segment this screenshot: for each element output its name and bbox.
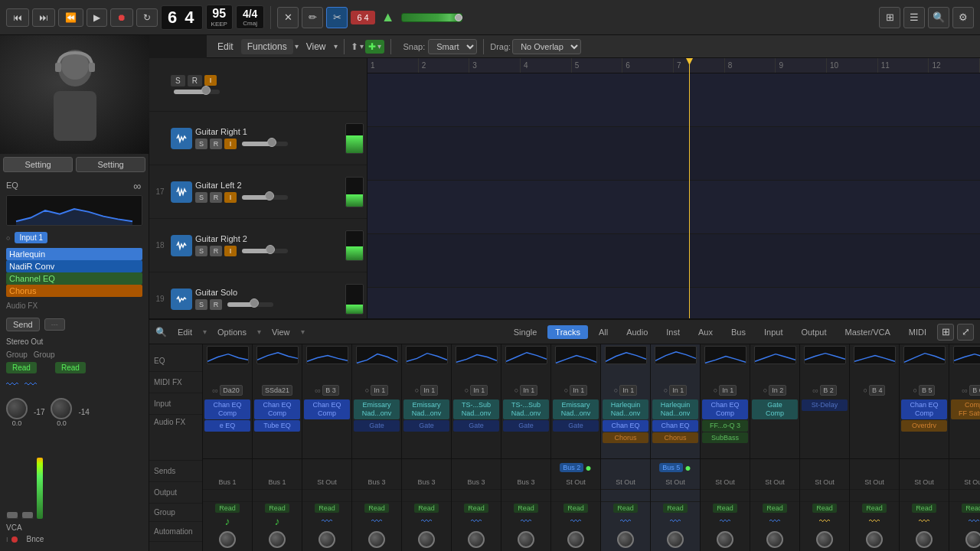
fader-handle-1[interactable]	[7, 512, 18, 518]
volume-gl2[interactable]	[242, 195, 288, 200]
drag-select[interactable]: No OverlapX-Fade	[512, 39, 581, 54]
mixer-options-tab[interactable]: Options	[210, 325, 254, 339]
ch6-fx-1[interactable]: TS-...SubNad...onv	[453, 399, 499, 419]
plugin-harlequin[interactable]: Harlequin	[6, 248, 142, 260]
mixer-master-tab[interactable]: Master/VCA	[837, 325, 897, 339]
mixer-grid-icon-btn[interactable]: ⊞	[937, 324, 954, 341]
s-btn-gr2[interactable]: S	[195, 246, 207, 256]
volume-gr1[interactable]	[242, 142, 288, 146]
volume-knob-gs[interactable]	[250, 298, 259, 308]
mixer-inst-tab[interactable]: Inst	[658, 325, 688, 339]
mixer-tracks-tab[interactable]: Tracks	[547, 325, 588, 339]
ch4-knob[interactable]	[368, 531, 385, 548]
mixer-all-tab[interactable]: All	[591, 325, 616, 339]
ch4-fx-2[interactable]: Gate	[354, 420, 400, 432]
volume-knob-gr2[interactable]	[266, 245, 275, 254]
search-icon-btn[interactable]: 🔍	[928, 7, 949, 28]
ch3-eq[interactable]	[302, 344, 351, 366]
mixer-bus-tab[interactable]: Bus	[724, 325, 753, 339]
mixer-output-tab[interactable]: Output	[793, 325, 834, 339]
plugin-nadir[interactable]: NadiR Conv	[6, 260, 142, 272]
ch10-eq[interactable]	[651, 344, 700, 366]
ch12-read-badge[interactable]: Read	[763, 504, 787, 513]
mixer-view-tab[interactable]: View	[264, 325, 298, 339]
header-volume-slider[interactable]	[174, 90, 220, 94]
header-r-btn[interactable]: R	[188, 75, 202, 86]
ch15-eq[interactable]	[900, 344, 949, 366]
ch15-fx-2[interactable]: Overdrv	[901, 420, 947, 432]
ch5-knob[interactable]	[418, 531, 435, 548]
ch4-fx-1[interactable]: EmissaryNad...onv	[354, 399, 400, 419]
ch10-knob[interactable]	[667, 531, 684, 548]
functions-menu[interactable]: Functions	[241, 39, 293, 54]
ch6-fx-2[interactable]: Gate	[453, 420, 499, 432]
grid-icon-btn[interactable]: ⊞	[879, 7, 900, 28]
ch16-read-badge[interactable]: Read	[962, 504, 980, 513]
pan-knob-1[interactable]	[6, 398, 28, 419]
ch9-fx-3[interactable]: Chorus	[603, 432, 648, 444]
i-btn-gl2[interactable]: I	[224, 192, 237, 203]
ch11-fx-3[interactable]: SubBass	[702, 432, 748, 444]
ch13-eq[interactable]	[800, 344, 849, 366]
ch9-fx-2[interactable]: Chan EQ	[603, 420, 648, 432]
read-btn-1[interactable]: Read	[6, 362, 37, 373]
ch8-send-active-icon[interactable]: ●	[585, 461, 591, 474]
volume-gr2[interactable]	[242, 249, 288, 253]
ch5-fx-1[interactable]: EmissaryNad...onv	[403, 399, 449, 419]
setting-btn-1[interactable]: Setting	[3, 157, 73, 172]
mixer-midi-tab[interactable]: MIDI	[901, 325, 934, 339]
meter-knob[interactable]	[455, 14, 462, 21]
skip-back-button[interactable]: ⏪	[58, 8, 83, 27]
pan-knob-2[interactable]	[51, 398, 72, 419]
ch1-fx-1[interactable]: Chan EQComp	[204, 399, 250, 419]
ch13-fx-1[interactable]: St-Delay	[802, 399, 848, 411]
ch2-read-badge[interactable]: Read	[265, 504, 289, 513]
i-btn-gr1[interactable]: I	[224, 139, 237, 149]
ch3-fx-1[interactable]: Chan EQComp	[304, 399, 350, 419]
ch9-eq[interactable]	[601, 344, 650, 366]
ch7-knob[interactable]	[518, 531, 534, 548]
r-btn-gl2[interactable]: R	[210, 192, 222, 203]
snap-select[interactable]: SmartBarBeat	[428, 39, 477, 54]
ch10-fx-3[interactable]: Chorus	[652, 432, 698, 444]
s-btn-gs[interactable]: S	[195, 299, 207, 310]
ch4-read-badge[interactable]: Read	[364, 504, 389, 513]
ch14-knob[interactable]	[866, 531, 883, 548]
mixer-input-tab[interactable]: Input	[756, 325, 790, 339]
mixer-audio-tab[interactable]: Audio	[619, 325, 655, 339]
volume-knob-gr1[interactable]	[267, 138, 276, 147]
ch3-read-badge[interactable]: Read	[315, 504, 339, 513]
ch7-fx-2[interactable]: Gate	[503, 420, 549, 432]
ch5-eq[interactable]	[402, 344, 451, 366]
ch5-fx-2[interactable]: Gate	[403, 420, 449, 432]
header-volume-knob[interactable]	[201, 86, 211, 95]
ch12-eq[interactable]	[750, 344, 799, 366]
ch8-read-badge[interactable]: Read	[564, 504, 588, 513]
plugin-channel-eq[interactable]: Channel EQ	[6, 272, 142, 285]
ch6-eq[interactable]	[452, 344, 501, 366]
mixer-aux-tab[interactable]: Aux	[691, 325, 720, 339]
mixer-single-tab[interactable]: Single	[506, 325, 545, 339]
fader-track-2[interactable]	[21, 517, 34, 519]
r-btn-gs[interactable]: R	[210, 299, 222, 310]
ch9-read-badge[interactable]: Read	[613, 504, 638, 513]
ch11-eq[interactable]	[701, 344, 750, 366]
arr-track-3[interactable]	[368, 181, 980, 234]
mixer-expand-icon-btn[interactable]: ⤢	[957, 324, 974, 341]
ch8-fx-2[interactable]: Gate	[553, 420, 599, 432]
ch5-read-badge[interactable]: Read	[414, 504, 439, 513]
ch9-fx-1[interactable]: HarlequinNad...onv	[603, 399, 648, 419]
play-button[interactable]: ▶	[87, 8, 107, 27]
fader-handle-2[interactable]	[22, 512, 33, 518]
ch4-eq[interactable]	[352, 344, 401, 366]
ch7-fx-1[interactable]: TS-...SubNad...onv	[503, 399, 549, 419]
ch16-fx-1[interactable]: CompFF Saturn	[951, 399, 980, 419]
plugin-chorus[interactable]: Chorus	[6, 285, 142, 297]
fast-forward-button[interactable]: ⏭	[32, 8, 55, 27]
ch14-eq[interactable]	[850, 344, 899, 366]
mixer-edit-tab[interactable]: Edit	[170, 325, 200, 339]
ch16-eq[interactable]	[949, 344, 980, 366]
rewind-button[interactable]: ⏮	[6, 8, 29, 27]
ch11-fx-2[interactable]: FF...o-Q 3	[702, 420, 748, 432]
ch1-read-badge[interactable]: Read	[215, 504, 240, 513]
